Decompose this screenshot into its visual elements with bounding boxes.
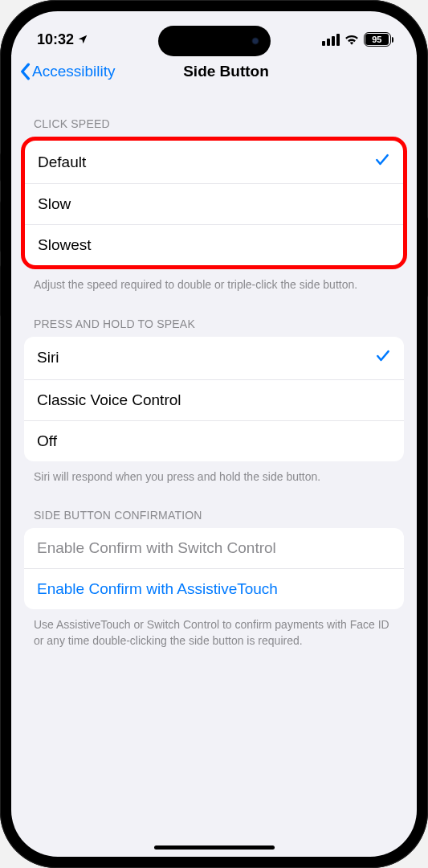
press-hold-header: PRESS AND HOLD TO SPEAK	[11, 293, 417, 337]
cell-signal-icon	[322, 34, 340, 46]
nav-bar: Accessibility Side Button	[11, 55, 417, 93]
back-label: Accessibility	[32, 63, 115, 80]
checkmark-icon	[374, 152, 390, 172]
option-label: Slow	[38, 195, 71, 213]
press-hold-card: Siri Classic Voice Control Off	[24, 337, 404, 461]
phone-frame: 10:32 95	[0, 0, 428, 868]
click-speed-default[interactable]: Default	[25, 141, 403, 184]
home-indicator[interactable]	[154, 845, 275, 850]
location-icon	[77, 34, 88, 45]
confirmation-header: SIDE BUTTON CONFIRMATION	[11, 485, 417, 528]
confirmation-footer: Use AssistiveTouch or Switch Control to …	[11, 609, 417, 649]
click-speed-slowest[interactable]: Slowest	[25, 225, 403, 265]
option-label: Classic Voice Control	[37, 391, 181, 409]
option-label: Slowest	[38, 236, 92, 254]
dynamic-island	[158, 26, 271, 56]
option-label: Enable Confirm with Switch Control	[37, 539, 276, 557]
checkmark-icon	[375, 348, 391, 368]
content-scroll[interactable]: CLICK SPEED Default Slow Slowest Adjust …	[11, 93, 417, 857]
option-label: Enable Confirm with AssistiveTouch	[37, 580, 278, 598]
click-speed-header: CLICK SPEED	[11, 93, 417, 137]
status-time: 10:32	[37, 31, 74, 48]
enable-switch-control[interactable]: Enable Confirm with Switch Control	[24, 528, 404, 569]
press-hold-classic[interactable]: Classic Voice Control	[24, 380, 404, 421]
confirmation-card: Enable Confirm with Switch Control Enabl…	[24, 528, 404, 609]
press-hold-siri[interactable]: Siri	[24, 337, 404, 380]
press-hold-off[interactable]: Off	[24, 421, 404, 461]
screen: 10:32 95	[11, 11, 417, 857]
hw-volume-up	[0, 201, 1, 252]
option-label: Siri	[37, 349, 59, 366]
hw-mute-switch	[0, 153, 1, 182]
option-label: Off	[37, 432, 57, 450]
wifi-icon	[344, 34, 359, 45]
battery-icon: 95	[364, 32, 391, 47]
hw-volume-down	[0, 265, 1, 317]
option-label: Default	[38, 154, 86, 171]
battery-level: 95	[365, 34, 389, 45]
enable-assistive-touch[interactable]: Enable Confirm with AssistiveTouch	[24, 569, 404, 609]
back-button[interactable]: Accessibility	[19, 63, 115, 80]
click-speed-slow[interactable]: Slow	[25, 184, 403, 225]
click-speed-card: Default Slow Slowest	[21, 137, 407, 269]
press-hold-footer: Siri will respond when you press and hol…	[11, 461, 417, 485]
click-speed-footer: Adjust the speed required to double or t…	[11, 269, 417, 293]
